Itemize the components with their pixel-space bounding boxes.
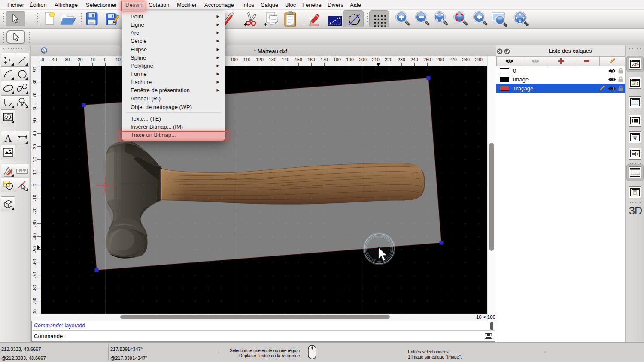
svg-text:-50: -50 [41, 57, 44, 62]
svg-text:240: 240 [410, 57, 418, 62]
svg-text:130: 130 [269, 57, 276, 62]
svg-text:60: 60 [32, 106, 37, 111]
svg-text:260: 260 [436, 57, 444, 62]
svg-text:-40: -40 [32, 233, 37, 240]
svg-text:270: 270 [449, 57, 457, 62]
svg-text:0: 0 [104, 57, 106, 62]
svg-text:0: 0 [32, 184, 37, 187]
svg-text:170: 170 [320, 57, 328, 62]
svg-text:-100: -100 [32, 309, 37, 314]
svg-text:220: 220 [385, 57, 392, 62]
svg-text:-60: -60 [32, 259, 37, 265]
svg-text:110: 110 [243, 57, 251, 62]
svg-text:A: A [4, 133, 12, 144]
svg-text:200: 200 [359, 57, 367, 62]
svg-text:-30: -30 [32, 220, 37, 227]
svg-text:90: 90 [32, 67, 37, 72]
svg-text:230: 230 [398, 57, 405, 62]
svg-text:290: 290 [475, 57, 483, 62]
svg-text:-10: -10 [32, 195, 37, 201]
svg-text:80: 80 [32, 80, 37, 85]
svg-text:140: 140 [282, 57, 289, 62]
svg-text:-30: -30 [63, 57, 70, 62]
svg-text:30: 30 [32, 144, 37, 149]
svg-text:20: 20 [32, 157, 37, 162]
svg-text:-10: -10 [89, 57, 95, 62]
svg-text:160: 160 [307, 57, 315, 62]
svg-text:-80: -80 [32, 285, 37, 291]
svg-text:210: 210 [372, 57, 380, 62]
svg-text:-70: -70 [32, 272, 37, 278]
svg-text:50: 50 [32, 118, 37, 124]
svg-text:190: 190 [346, 57, 354, 62]
svg-text:-40: -40 [50, 57, 57, 62]
svg-text:150: 150 [295, 57, 302, 62]
svg-text:280: 280 [462, 57, 470, 62]
svg-text:10: 10 [32, 170, 37, 175]
svg-text:180: 180 [333, 57, 341, 62]
svg-text:100: 100 [230, 57, 238, 62]
svg-text:70: 70 [32, 93, 37, 98]
svg-text:40: 40 [32, 131, 37, 136]
svg-text:-90: -90 [32, 298, 37, 304]
svg-text:-20: -20 [32, 208, 37, 214]
svg-text:10: 10 [115, 57, 121, 62]
svg-text:120: 120 [256, 57, 264, 62]
svg-text:-20: -20 [76, 57, 82, 62]
svg-text:250: 250 [423, 57, 431, 62]
svg-text:command: command [631, 173, 640, 175]
svg-text:-50: -50 [32, 246, 37, 253]
